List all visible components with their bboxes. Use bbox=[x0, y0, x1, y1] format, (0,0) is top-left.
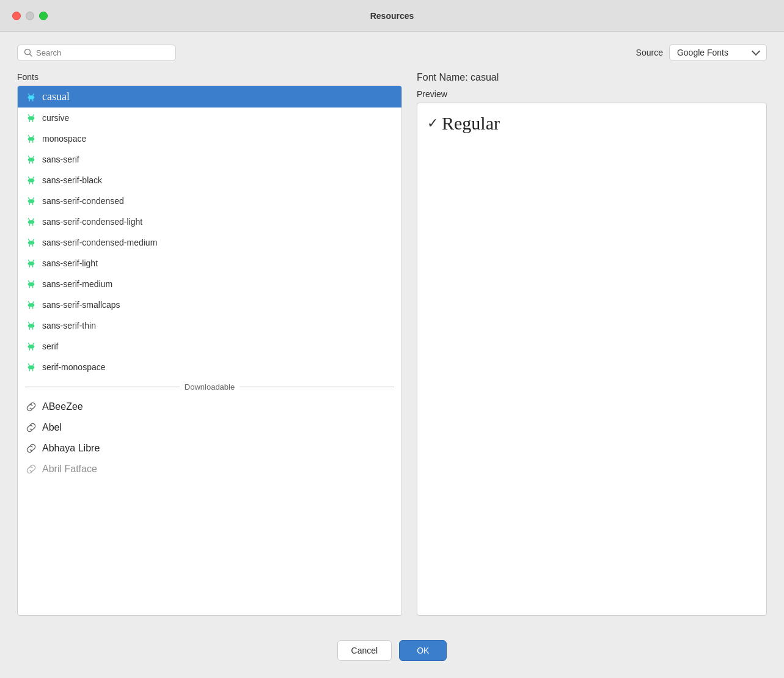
font-item-name: sans-serif-light bbox=[42, 258, 98, 268]
svg-line-5 bbox=[29, 93, 30, 95]
close-button[interactable] bbox=[12, 12, 21, 20]
svg-line-1 bbox=[30, 54, 32, 57]
left-panel: Fonts casual cursive bbox=[17, 72, 402, 616]
android-icon bbox=[25, 340, 37, 352]
downloadable-font-item[interactable]: ABeeZee bbox=[18, 396, 401, 417]
preview-box: ✓ Regular bbox=[417, 103, 767, 616]
fonts-section-label: Fonts bbox=[17, 72, 402, 82]
svg-line-6 bbox=[33, 93, 34, 95]
android-icon bbox=[25, 174, 37, 186]
svg-line-12 bbox=[29, 115, 30, 117]
title-bar: Resources bbox=[0, 0, 784, 32]
svg-line-40 bbox=[29, 198, 30, 200]
downloadable-font-item[interactable]: Abel bbox=[18, 417, 401, 438]
svg-line-76 bbox=[33, 302, 34, 304]
svg-rect-95 bbox=[28, 365, 35, 369]
font-list-item[interactable]: sans-serif-black bbox=[18, 170, 401, 191]
downloadable-font-name: Abel bbox=[42, 422, 62, 433]
search-icon bbox=[24, 48, 32, 57]
source-select[interactable]: Google Fonts bbox=[669, 44, 767, 61]
svg-line-90 bbox=[33, 343, 34, 345]
downloadable-font-name: ABeeZee bbox=[42, 401, 83, 412]
font-item-name: serif-monospace bbox=[42, 362, 106, 372]
downloadable-font-item[interactable]: Abhaya Libre bbox=[18, 438, 401, 459]
android-icon bbox=[25, 319, 37, 332]
font-item-name: monospace bbox=[42, 134, 86, 144]
preview-regular: ✓ Regular bbox=[427, 113, 757, 134]
cancel-button[interactable]: Cancel bbox=[337, 640, 392, 661]
svg-rect-18 bbox=[28, 137, 35, 140]
svg-rect-53 bbox=[28, 241, 35, 244]
source-container: Source Google Fonts bbox=[636, 44, 767, 61]
downloadable-label: Downloadable bbox=[185, 382, 235, 392]
font-item-name: casual bbox=[42, 90, 70, 103]
svg-rect-46 bbox=[28, 220, 35, 224]
svg-line-89 bbox=[29, 343, 30, 345]
main-content: Source Google Fonts Fonts casual bbox=[0, 32, 784, 628]
search-container bbox=[17, 45, 176, 61]
svg-line-33 bbox=[29, 177, 30, 179]
svg-line-75 bbox=[29, 302, 30, 304]
svg-rect-74 bbox=[28, 303, 35, 307]
svg-line-82 bbox=[29, 323, 30, 324]
svg-rect-25 bbox=[28, 158, 35, 161]
svg-line-13 bbox=[33, 115, 34, 117]
svg-line-48 bbox=[33, 219, 34, 221]
font-list[interactable]: casual cursive monospace sans-serif bbox=[18, 86, 401, 615]
checkmark-icon: ✓ bbox=[427, 115, 438, 131]
font-item-name: cursive bbox=[42, 113, 69, 123]
android-icon bbox=[25, 112, 37, 124]
svg-rect-39 bbox=[28, 199, 35, 203]
font-name-heading: Font Name: casual bbox=[417, 72, 767, 83]
font-list-container: casual cursive monospace sans-serif bbox=[17, 86, 402, 616]
font-list-item[interactable]: sans-serif-smallcaps bbox=[18, 294, 401, 315]
android-icon bbox=[25, 236, 37, 249]
font-list-item[interactable]: sans-serif-condensed bbox=[18, 191, 401, 211]
svg-line-69 bbox=[33, 281, 34, 283]
link-icon bbox=[25, 463, 37, 475]
downloadable-divider: Downloadable bbox=[18, 377, 401, 396]
link-icon bbox=[25, 442, 37, 454]
ok-button[interactable]: OK bbox=[399, 640, 447, 661]
link-icon bbox=[25, 401, 37, 413]
font-list-item[interactable]: cursive bbox=[18, 108, 401, 128]
android-icon bbox=[25, 278, 37, 290]
svg-line-34 bbox=[33, 177, 34, 179]
svg-line-97 bbox=[33, 364, 34, 366]
source-label: Source bbox=[636, 48, 663, 57]
svg-rect-88 bbox=[28, 344, 35, 348]
svg-line-55 bbox=[33, 239, 34, 241]
svg-line-19 bbox=[29, 136, 30, 137]
font-list-item[interactable]: serif bbox=[18, 336, 401, 357]
font-list-item[interactable]: sans-serif-condensed-medium bbox=[18, 232, 401, 253]
font-list-item[interactable]: casual bbox=[18, 86, 401, 108]
svg-line-20 bbox=[33, 136, 34, 137]
right-panel: Font Name: casual Preview ✓ Regular bbox=[402, 72, 767, 616]
android-icon bbox=[25, 195, 37, 207]
traffic-lights bbox=[12, 12, 48, 20]
font-list-item[interactable]: sans-serif-medium bbox=[18, 274, 401, 294]
font-list-item[interactable]: sans-serif-light bbox=[18, 253, 401, 274]
font-list-item[interactable]: sans-serif-thin bbox=[18, 315, 401, 336]
downloadable-font-item[interactable]: Abril Fatface bbox=[18, 459, 401, 479]
svg-line-26 bbox=[29, 156, 30, 158]
preview-text: Regular bbox=[442, 113, 500, 134]
android-icon bbox=[25, 299, 37, 311]
font-item-name: sans-serif-condensed-light bbox=[42, 217, 142, 227]
svg-line-83 bbox=[33, 323, 34, 324]
downloadable-font-name: Abril Fatface bbox=[42, 464, 97, 475]
font-list-item[interactable]: serif-monospace bbox=[18, 357, 401, 377]
divider-line-left bbox=[25, 387, 180, 387]
android-icon bbox=[25, 361, 37, 373]
search-input[interactable] bbox=[36, 48, 169, 57]
font-list-item[interactable]: monospace bbox=[18, 128, 401, 149]
minimize-button[interactable] bbox=[26, 12, 34, 20]
font-item-name: sans-serif bbox=[42, 155, 79, 164]
maximize-button[interactable] bbox=[39, 12, 48, 20]
font-item-name: sans-serif-thin bbox=[42, 321, 96, 330]
android-icon bbox=[25, 153, 37, 166]
android-icon bbox=[25, 133, 37, 145]
font-list-item[interactable]: sans-serif bbox=[18, 149, 401, 170]
window-title: Resources bbox=[370, 11, 414, 21]
font-list-item[interactable]: sans-serif-condensed-light bbox=[18, 211, 401, 232]
